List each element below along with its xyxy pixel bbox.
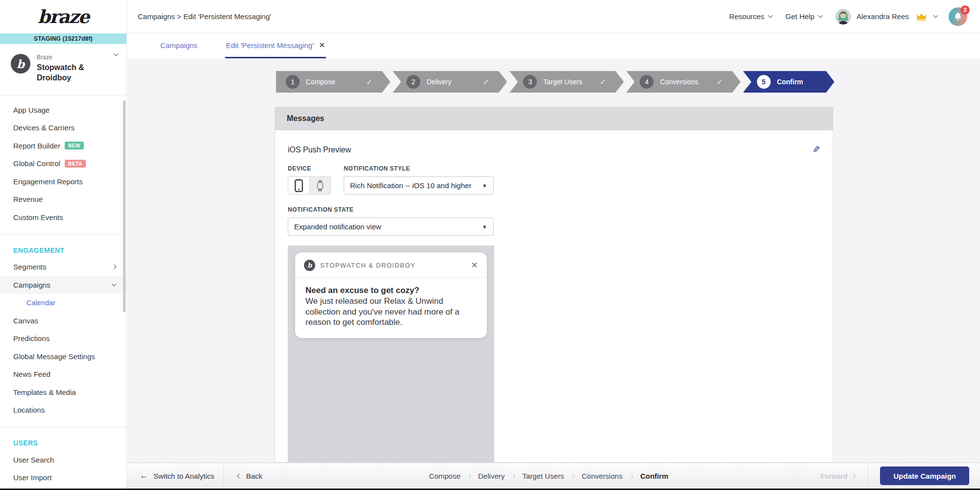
forward-button[interactable]: Forward [820, 472, 855, 480]
sidebar-item-predictions[interactable]: Predictions [13, 330, 126, 348]
edit-pencil-icon[interactable]: ✎ [812, 144, 820, 155]
watch-icon [317, 180, 324, 192]
chevron-right-icon [112, 265, 117, 270]
sidebar-divider [0, 427, 126, 427]
wizard-step-conversions[interactable]: 4 Conversions ✓ [626, 71, 740, 93]
top-bar: Campaigns > Edit 'Persistent Messaging' … [127, 0, 980, 33]
close-tab-icon[interactable]: ✕ [319, 41, 325, 49]
avatar-image [835, 9, 851, 24]
wizard-step-target-users[interactable]: 3 Target Users ✓ [509, 71, 624, 93]
notification-style-select[interactable]: Rich Notification -- iOS 10 and higher ▼ [344, 176, 494, 195]
push-notification-card: b STOPWATCH & DROIDBOY ✕ Need an excuse … [295, 252, 487, 338]
check-icon: ✓ [716, 77, 723, 87]
footer-step-compose[interactable]: Compose [429, 472, 460, 480]
notification-state-select[interactable]: Expanded notification view ▼ [288, 218, 494, 236]
app-icon: b [304, 260, 315, 271]
wizard-step-compose[interactable]: 1 Compose ✓ [276, 71, 390, 93]
notification-style-label: NOTIFICATION STYLE [344, 165, 410, 172]
messages-panel-header: Messages [275, 107, 833, 130]
bell-icon [954, 12, 962, 21]
sidebar-item-custom-events[interactable]: Custom Events [13, 208, 126, 226]
sidebar-item-user-search[interactable]: User Search [13, 451, 126, 469]
wizard-step-delivery[interactable]: 2 Delivery ✓ [393, 71, 507, 93]
get-help-menu[interactable]: Get Help [785, 12, 822, 21]
footer-step-delivery[interactable]: Delivery [478, 472, 504, 480]
breadcrumb: Campaigns > Edit 'Persistent Messaging' [138, 12, 271, 21]
chevron-down-icon [112, 282, 117, 287]
workspace-org: Braze [37, 54, 108, 61]
sidebar-item-segments[interactable]: Segments [13, 258, 126, 276]
sidebar-item-devices-carriers[interactable]: Devices & Carriers [13, 119, 126, 137]
sidebar-item-calendar[interactable]: Calendar [13, 294, 126, 312]
user-menu-chevron-down-icon[interactable] [933, 13, 938, 18]
workspace-avatar: b [11, 54, 30, 74]
sidebar-item-canvas[interactable]: Canvas [13, 312, 126, 330]
chevron-down-icon [114, 51, 119, 56]
footer-step-nav: Compose Delivery Target Users Conversion… [429, 471, 668, 480]
chevron-down-icon [818, 13, 823, 18]
braze-logo: braze [0, 0, 126, 33]
beta-badge: BETA [65, 160, 86, 168]
workspace-selector[interactable]: b Braze Stopwatch & Droidboy [0, 44, 126, 91]
device-toggle-group [288, 176, 331, 195]
switch-to-analytics-button[interactable]: ← Switch to Analytics [127, 463, 224, 489]
chevron-down-icon [768, 13, 773, 18]
sidebar-item-app-usage[interactable]: App Usage [13, 101, 126, 119]
caret-down-icon: ▼ [482, 224, 487, 230]
footer-step-target-users[interactable]: Target Users [522, 472, 564, 480]
back-button[interactable]: Back [238, 472, 262, 480]
chevron-right-icon [629, 475, 633, 479]
sidebar: braze STAGING (15217d8f) b Braze Stopwat… [0, 0, 127, 490]
tab-edit-persistent-messaging[interactable]: Edit 'Persistent Messaging' ✕ [225, 33, 326, 58]
chevron-right-icon [571, 475, 575, 479]
sidebar-scrollbar[interactable] [123, 100, 126, 312]
push-preview-device-frame: b STOPWATCH & DROIDBOY ✕ Need an excuse … [288, 245, 494, 463]
chevron-right-icon [851, 473, 856, 478]
notification-state-label: NOTIFICATION STATE [288, 206, 820, 213]
update-campaign-button[interactable]: Update Campaign [880, 466, 969, 485]
chevron-right-icon [511, 475, 515, 479]
sidebar-item-report-builder[interactable]: Report Builder NEW [13, 137, 126, 155]
user-avatar[interactable] [835, 9, 851, 24]
sidebar-item-user-import[interactable]: User Import [13, 469, 126, 487]
device-label: DEVICE [288, 165, 344, 172]
notification-count-badge: 2 [960, 5, 970, 15]
sidebar-item-global-message-settings[interactable]: Global Message Settings [13, 347, 126, 366]
push-body-text: We just released our Relax & Unwind coll… [305, 296, 477, 328]
check-icon: ✓ [600, 77, 606, 87]
footer-step-conversions[interactable]: Conversions [582, 472, 623, 480]
messages-panel: Messages iOS Push Preview ✎ DEVICE NOTIF… [275, 107, 833, 463]
tab-bar: Campaigns Edit 'Persistent Messaging' ✕ [127, 33, 980, 59]
braze-app: braze STAGING (15217d8f) b Braze Stopwat… [0, 0, 980, 490]
footer-bar: ← Switch to Analytics Back Compose Deliv… [127, 463, 980, 489]
sidebar-item-news-feed[interactable]: News Feed [13, 366, 126, 384]
wizard-step-confirm[interactable]: 5 Confirm [743, 71, 834, 93]
sidebar-item-engagement-reports[interactable]: Engagement Reports [13, 172, 126, 191]
sidebar-item-templates-media[interactable]: Templates & Media [13, 383, 126, 401]
sidebar-item-campaigns[interactable]: Campaigns [0, 276, 126, 294]
phone-icon [295, 179, 303, 192]
chevron-left-icon [237, 473, 242, 478]
check-icon: ✓ [366, 77, 373, 87]
device-watch-button[interactable] [309, 177, 330, 194]
push-title: Need an excuse to get cozy? [305, 285, 477, 296]
sidebar-item-revenue[interactable]: Revenue [13, 191, 126, 209]
notifications-button[interactable]: 2 [949, 7, 967, 26]
engagement-section-header: ENGAGEMENT [13, 246, 126, 254]
sidebar-nav-analytics: App Usage Devices & Carriers Report Buil… [0, 101, 126, 487]
main-content: 1 Compose ✓ 2 Delivery ✓ 3 Target Users … [127, 59, 980, 463]
check-icon: ✓ [483, 77, 489, 87]
sidebar-divider [0, 96, 126, 96]
new-badge: NEW [65, 142, 84, 149]
footer-step-confirm[interactable]: Confirm [640, 472, 669, 480]
arrow-left-icon: ← [140, 471, 148, 481]
close-icon[interactable]: ✕ [471, 260, 478, 270]
workspace-name: Stopwatch & Droidboy [37, 62, 95, 83]
user-name: Alexandra Rees [856, 12, 909, 21]
tab-campaigns[interactable]: Campaigns [159, 33, 199, 58]
resources-menu[interactable]: Resources [729, 12, 772, 21]
sidebar-item-global-control[interactable]: Global Control BETA [13, 155, 126, 173]
device-phone-button[interactable] [288, 177, 309, 194]
sidebar-item-locations[interactable]: Locations [13, 401, 126, 419]
chevron-right-icon [467, 475, 471, 479]
